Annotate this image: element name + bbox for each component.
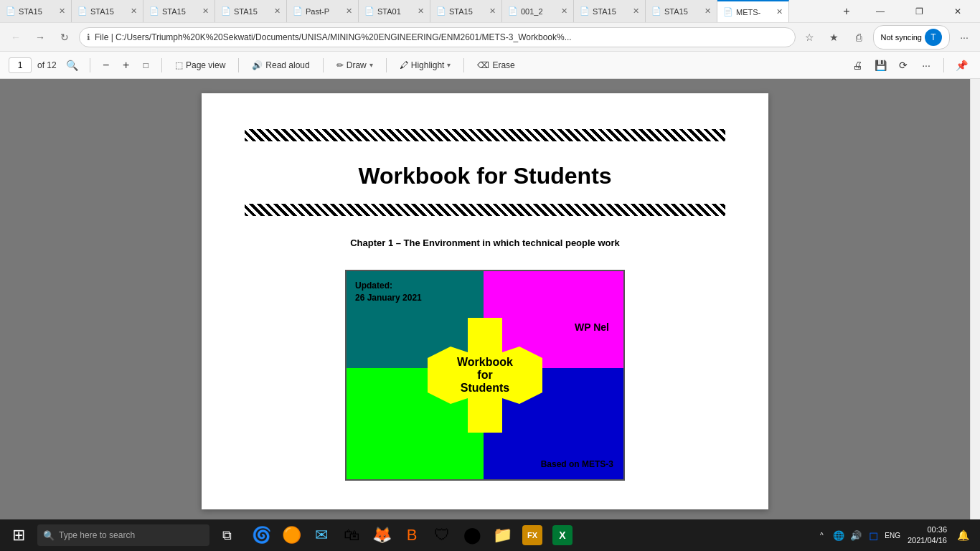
tab-icon-tab8: 📄 bbox=[508, 6, 518, 17]
refresh-button[interactable]: ↻ bbox=[55, 27, 75, 47]
tab-tab4[interactable]: 📄 STA15 ✕ bbox=[215, 0, 287, 22]
back-button[interactable]: ← bbox=[6, 27, 26, 47]
taskbar-app-store[interactable]: 🛍 bbox=[337, 519, 366, 551]
taskbar-app-vpn[interactable]: 🛡 bbox=[428, 519, 456, 551]
tab-tab3[interactable]: 📄 STA15 ✕ bbox=[143, 0, 215, 22]
forward-button[interactable]: → bbox=[30, 27, 50, 47]
erase-button[interactable]: ⌫ Erase bbox=[471, 58, 520, 72]
save-button[interactable]: 💾 bbox=[870, 55, 890, 75]
main-content: Workbook for Students Chapter 1 – The En… bbox=[0, 79, 980, 519]
pin-button[interactable]: 📌 bbox=[951, 55, 971, 75]
puzzle-center-line1: Workbook bbox=[457, 356, 513, 369]
tab-close-tab1[interactable]: ✕ bbox=[59, 6, 65, 16]
addressbar: ← → ↻ ℹ File | C:/Users/Triumph%20K%20Se… bbox=[0, 23, 980, 52]
start-icon: ⊞ bbox=[12, 526, 25, 545]
draw-button[interactable]: ✏ Draw ▾ bbox=[331, 58, 379, 72]
page-total: of 12 bbox=[37, 60, 57, 70]
avatar: T bbox=[925, 29, 942, 46]
tab-close-tab8[interactable]: ✕ bbox=[561, 6, 567, 16]
notification-button[interactable]: 🔔 bbox=[953, 519, 973, 551]
separator-1 bbox=[90, 58, 90, 72]
taskbar-app-chrome[interactable]: ⬤ bbox=[458, 519, 486, 551]
tab-close-tab10[interactable]: ✕ bbox=[705, 6, 711, 16]
tab-tab5[interactable]: 📄 Past-P ✕ bbox=[287, 0, 359, 22]
taskbar-app-firefox[interactable]: 🦊 bbox=[367, 519, 396, 551]
minimize-button[interactable]: — bbox=[864, 0, 897, 23]
fit-page-button[interactable]: □ bbox=[138, 58, 154, 72]
tab-tab2[interactable]: 📄 STA15 ✕ bbox=[72, 0, 143, 22]
tab-close-tab6[interactable]: ✕ bbox=[418, 6, 424, 16]
new-tab-button[interactable]: + bbox=[835, 0, 858, 23]
tab-label-tab11: METS- bbox=[736, 8, 773, 17]
print-button[interactable]: 🖨 bbox=[847, 55, 867, 75]
taskbar-search[interactable]: 🔍 Type here to search bbox=[37, 524, 209, 546]
read-aloud-button[interactable]: 🔊 Read aloud bbox=[246, 58, 315, 72]
tab-label-tab10: STA15 bbox=[664, 7, 702, 16]
rotate-button[interactable]: ⟳ bbox=[893, 55, 913, 75]
zoom-out-button[interactable]: − bbox=[98, 57, 115, 74]
share-button[interactable]: ⎙ bbox=[849, 27, 869, 47]
titlebar: 📄 STA15 ✕ 📄 STA15 ✕ 📄 STA15 ✕ 📄 STA15 ✕ … bbox=[0, 0, 980, 23]
edge-icon: 🌀 bbox=[251, 525, 271, 545]
zoom-in-button[interactable]: + bbox=[118, 57, 135, 74]
tab-close-tab3[interactable]: ✕ bbox=[202, 6, 209, 16]
more-button[interactable]: ··· bbox=[916, 55, 936, 75]
network-icon[interactable]: 🌐 bbox=[831, 528, 846, 542]
tab-close-tab11[interactable]: ✕ bbox=[776, 7, 783, 17]
show-hidden-button[interactable]: ^ bbox=[814, 528, 829, 542]
puzzle-based-on-text: Based on METS-3 bbox=[541, 459, 613, 469]
tab-close-tab4[interactable]: ✕ bbox=[274, 6, 281, 16]
collections-button[interactable]: ★ bbox=[824, 27, 844, 47]
lang-indicator[interactable]: ENG bbox=[883, 528, 902, 542]
clock-time: 00:36 bbox=[927, 524, 947, 535]
restore-button[interactable]: ❐ bbox=[903, 0, 936, 23]
puzzle-author-text: WP Nel bbox=[575, 321, 609, 333]
taskbar-app-mail[interactable]: ✉ bbox=[307, 519, 336, 551]
dropbox-icon[interactable]: ◻ bbox=[866, 528, 880, 542]
search-icon: 🔍 bbox=[43, 530, 55, 541]
taskbar-app-fxpro[interactable]: FX bbox=[518, 519, 547, 551]
close-button[interactable]: ✕ bbox=[941, 0, 974, 23]
taskbar-app-excel[interactable]: X bbox=[548, 519, 577, 551]
files-icon: 📁 bbox=[492, 525, 512, 545]
tab-close-tab2[interactable]: ✕ bbox=[131, 6, 137, 16]
read-aloud-label: Read aloud bbox=[265, 60, 309, 70]
highlight-button[interactable]: 🖍 Highlight ▾ bbox=[394, 58, 457, 72]
puzzle-updated-text: Updated: 26 January 2021 bbox=[355, 280, 422, 304]
taskbar-app-edge[interactable]: 🌀 bbox=[247, 519, 275, 551]
start-button[interactable]: ⊞ bbox=[3, 519, 34, 551]
taskbar-app-office[interactable]: 🟠 bbox=[277, 519, 306, 551]
page-view-button[interactable]: ⬚ Page view bbox=[169, 58, 231, 72]
system-clock[interactable]: 00:36 2021/04/16 bbox=[905, 524, 950, 547]
page-number-input[interactable] bbox=[9, 57, 32, 73]
tab-tab8[interactable]: 📄 001_2 ✕ bbox=[502, 0, 574, 22]
tab-tab6[interactable]: 📄 STA01 ✕ bbox=[359, 0, 430, 22]
tab-tab9[interactable]: 📄 STA15 ✕ bbox=[574, 0, 646, 22]
tab-tab7[interactable]: 📄 STA15 ✕ bbox=[430, 0, 502, 22]
tab-close-tab9[interactable]: ✕ bbox=[633, 6, 639, 16]
search-placeholder-text: Type here to search bbox=[59, 530, 135, 540]
settings-button[interactable]: ··· bbox=[954, 27, 974, 47]
taskbar-app-brave[interactable]: B bbox=[397, 519, 426, 551]
search-button[interactable]: 🔍 bbox=[62, 55, 83, 75]
tab-label-tab8: 001_2 bbox=[521, 7, 558, 16]
tab-icon-tab9: 📄 bbox=[580, 6, 590, 17]
scrollbar[interactable] bbox=[970, 79, 980, 519]
tab-tab11[interactable]: 📄 METS- ✕ bbox=[717, 0, 789, 22]
sync-button[interactable]: Not syncing T bbox=[873, 25, 950, 50]
highlight-icon: 🖍 bbox=[400, 60, 408, 70]
tab-close-tab7[interactable]: ✕ bbox=[489, 6, 496, 16]
tab-tab10[interactable]: 📄 STA15 ✕ bbox=[646, 0, 717, 22]
tab-close-tab5[interactable]: ✕ bbox=[346, 6, 352, 16]
favorites-button[interactable]: ☆ bbox=[800, 27, 820, 47]
pdf-viewer[interactable]: Workbook for Students Chapter 1 – The En… bbox=[0, 79, 970, 519]
volume-icon[interactable]: 🔊 bbox=[849, 528, 863, 542]
address-box[interactable]: ℹ File | C:/Users/Triumph%20K%20Sekwati/… bbox=[79, 27, 796, 47]
taskbar-app-files[interactable]: 📁 bbox=[488, 519, 517, 551]
chrome-icon: ⬤ bbox=[462, 525, 482, 545]
window-controls: — ❐ ✕ bbox=[858, 0, 980, 23]
taskview-button[interactable]: ⧉ bbox=[212, 519, 241, 551]
tab-tab1[interactable]: 📄 STA15 ✕ bbox=[0, 0, 72, 22]
separator-6 bbox=[463, 58, 464, 72]
vpn-icon: 🛡 bbox=[432, 525, 452, 545]
